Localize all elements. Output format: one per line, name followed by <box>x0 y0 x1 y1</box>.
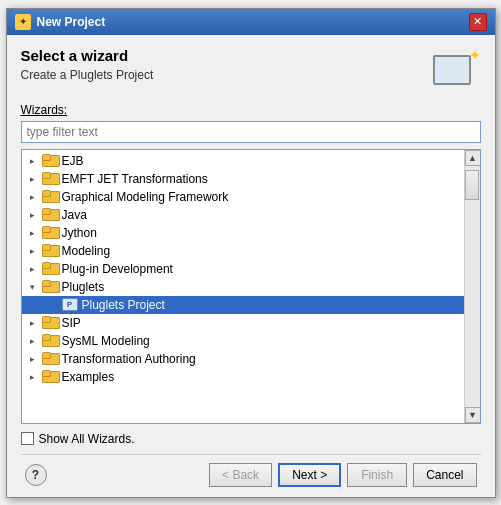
expander-icon: ▸ <box>26 226 40 240</box>
monitor-icon <box>433 55 471 85</box>
project-icon <box>62 298 78 311</box>
wizard-icon: ✦ <box>429 47 481 91</box>
item-label: Modeling <box>62 244 111 258</box>
back-button[interactable]: < Back <box>209 463 272 487</box>
title-bar: ✦ New Project ✕ <box>7 9 495 35</box>
expander-icon: ▸ <box>26 208 40 222</box>
header-left: Select a wizard Create a Pluglets Projec… <box>21 47 154 82</box>
item-label: Graphical Modeling Framework <box>62 190 229 204</box>
wizards-label: Wizards: <box>21 103 481 117</box>
dialog-icon: ✦ <box>15 14 31 30</box>
folder-icon <box>42 370 58 383</box>
dialog-title: New Project <box>37 15 106 29</box>
expander-icon: ▸ <box>26 262 40 276</box>
help-button[interactable]: ? <box>25 464 47 486</box>
separator <box>21 454 481 455</box>
item-label: Jython <box>62 226 97 240</box>
tree-container: ▸EJB▸EMFT JET Transformations▸Graphical … <box>21 149 481 424</box>
expander-icon: ▸ <box>26 154 40 168</box>
tree-item[interactable]: ▸Jython <box>22 224 464 242</box>
action-buttons: < Back Next > Finish Cancel <box>209 463 476 487</box>
tree-item[interactable]: ▸Java <box>22 206 464 224</box>
expander-icon: ▾ <box>26 280 40 294</box>
tree-item[interactable]: ▾Pluglets <box>22 278 464 296</box>
dialog-content: Select a wizard Create a Pluglets Projec… <box>7 35 495 497</box>
tree-item[interactable]: ▸Examples <box>22 368 464 386</box>
scroll-track <box>465 166 480 407</box>
expander-icon: ▸ <box>26 352 40 366</box>
page-subtitle: Create a Pluglets Project <box>21 68 154 82</box>
title-bar-left: ✦ New Project <box>15 14 106 30</box>
item-label: Pluglets <box>62 280 105 294</box>
next-button[interactable]: Next > <box>278 463 341 487</box>
tree-item[interactable]: ▸Modeling <box>22 242 464 260</box>
folder-icon <box>42 352 58 365</box>
expander-icon: ▸ <box>26 190 40 204</box>
scroll-thumb[interactable] <box>465 170 479 200</box>
show-all-label: Show All Wizards. <box>39 432 135 446</box>
tree-item[interactable]: ▸EJB <box>22 152 464 170</box>
new-project-dialog: ✦ New Project ✕ Select a wizard Create a… <box>6 8 496 498</box>
tree-item[interactable]: ▸SysML Modeling <box>22 332 464 350</box>
expander-icon: ▸ <box>26 334 40 348</box>
folder-icon <box>42 190 58 203</box>
item-label: Java <box>62 208 87 222</box>
button-row: ? < Back Next > Finish Cancel <box>21 463 481 487</box>
tree-item[interactable]: ▸SIP <box>22 314 464 332</box>
scroll-up-button[interactable]: ▲ <box>465 150 481 166</box>
header-section: Select a wizard Create a Pluglets Projec… <box>21 47 481 91</box>
item-label: Transformation Authoring <box>62 352 196 366</box>
tree-item[interactable]: ▸Transformation Authoring <box>22 350 464 368</box>
tree-item[interactable]: ▸Plug-in Development <box>22 260 464 278</box>
folder-icon <box>42 172 58 185</box>
folder-icon <box>42 262 58 275</box>
expander-icon: ▸ <box>26 370 40 384</box>
folder-icon <box>42 208 58 221</box>
item-label: Examples <box>62 370 115 384</box>
scroll-down-button[interactable]: ▼ <box>465 407 481 423</box>
tree-item[interactable]: Pluglets Project <box>22 296 464 314</box>
item-label: EMFT JET Transformations <box>62 172 208 186</box>
show-all-checkbox[interactable] <box>21 432 34 445</box>
item-label: EJB <box>62 154 84 168</box>
tree-item[interactable]: ▸EMFT JET Transformations <box>22 170 464 188</box>
cancel-button[interactable]: Cancel <box>413 463 476 487</box>
folder-icon <box>42 280 58 293</box>
folder-icon <box>42 154 58 167</box>
scrollbar: ▲ ▼ <box>464 150 480 423</box>
folder-icon <box>42 334 58 347</box>
tree-list: ▸EJB▸EMFT JET Transformations▸Graphical … <box>22 150 464 423</box>
item-label: SIP <box>62 316 81 330</box>
show-all-row: Show All Wizards. <box>21 432 481 446</box>
item-label: Pluglets Project <box>82 298 165 312</box>
expander-icon <box>46 298 60 312</box>
close-button[interactable]: ✕ <box>469 13 487 31</box>
expander-icon: ▸ <box>26 172 40 186</box>
finish-button[interactable]: Finish <box>347 463 407 487</box>
folder-icon <box>42 244 58 257</box>
item-label: SysML Modeling <box>62 334 150 348</box>
expander-icon: ▸ <box>26 244 40 258</box>
filter-input[interactable] <box>21 121 481 143</box>
sparkle-icon: ✦ <box>469 47 481 63</box>
item-label: Plug-in Development <box>62 262 173 276</box>
page-title: Select a wizard <box>21 47 154 64</box>
expander-icon: ▸ <box>26 316 40 330</box>
folder-icon <box>42 226 58 239</box>
tree-item[interactable]: ▸Graphical Modeling Framework <box>22 188 464 206</box>
folder-icon <box>42 316 58 329</box>
